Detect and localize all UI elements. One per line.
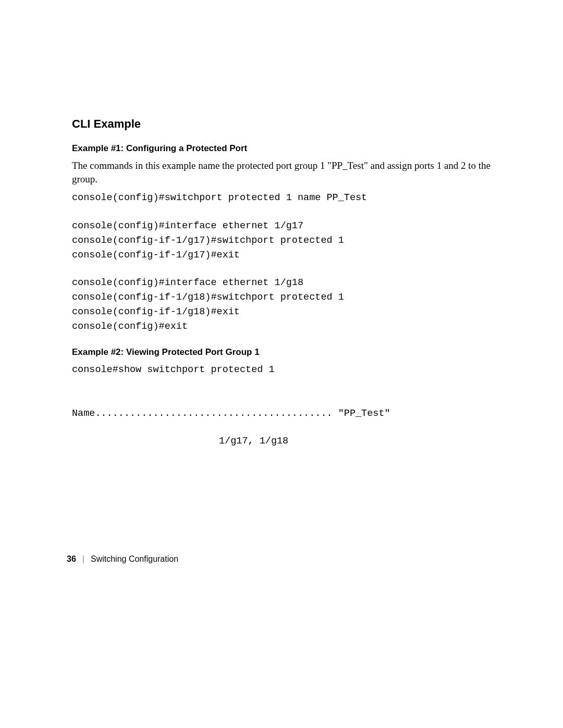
example-1-code-block-2: console(config)#interface ethernet 1/g17… (72, 219, 495, 262)
code-line: console(config)#interface ethernet 1/g17… (72, 219, 495, 262)
footer-divider: | (82, 554, 84, 564)
cli-example-heading: CLI Example (72, 117, 495, 131)
example-1-description: The commands in this example name the pr… (72, 159, 495, 186)
page-footer: 36 | Switching Configuration (67, 554, 178, 564)
example-2-title: Example #2: Viewing Protected Port Group… (72, 347, 495, 357)
example-1-code-block-3: console(config)#interface ethernet 1/g18… (72, 276, 495, 334)
example-2-command: console#show switchport protected 1 (72, 363, 495, 377)
example-2-output-ports: 1/g17, 1/g18 (72, 436, 495, 447)
footer-section: Switching Configuration (91, 554, 178, 564)
code-line: console(config)#interface ethernet 1/g18… (72, 276, 495, 334)
code-line: console(config)#switchport protected 1 n… (72, 191, 495, 205)
example-1-title: Example #1: Configuring a Protected Port (72, 143, 495, 154)
example-2-block: Example #2: Viewing Protected Port Group… (72, 347, 495, 447)
example-1-code-block-1: console(config)#switchport protected 1 n… (72, 191, 495, 205)
page-container: CLI Example Example #1: Configuring a Pr… (0, 0, 563, 728)
page-number: 36 (67, 554, 76, 564)
example-2-output-name: Name....................................… (72, 406, 495, 421)
